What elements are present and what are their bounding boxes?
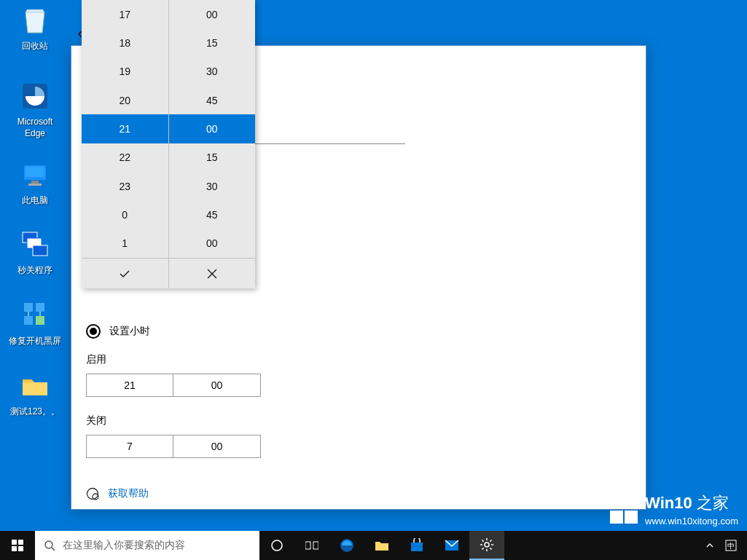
chevron-up-icon [706, 542, 713, 549]
taskbar-cortana[interactable] [259, 531, 294, 560]
desktop-icon-recycle-bin[interactable]: 回收站 [7, 3, 63, 52]
svg-point-34 [485, 543, 489, 547]
svg-rect-23 [18, 540, 23, 545]
minute-option[interactable]: 30 [169, 58, 256, 86]
desktop-icon-label: 秒关程序 [7, 265, 63, 277]
desktop-icon-label: 此电脑 [7, 195, 63, 207]
disable-time-input[interactable]: 7 00 [86, 435, 631, 458]
hour-option[interactable]: 17 [82, 0, 168, 28]
watermark-brand: Win10 之家 [645, 492, 738, 514]
store-icon [410, 538, 424, 553]
radio-set-hours[interactable]: 设置小时 [86, 324, 631, 339]
desktop-icon-label: Microsoft Edge [7, 117, 63, 139]
time-picker-popup: 17 18 19 20 21 22 23 0 1 00 15 30 45 00 … [82, 0, 255, 288]
watermark-url: www.win10xitong.com [645, 516, 738, 527]
desktop-icon-label: 回收站 [7, 41, 63, 52]
svg-rect-22 [12, 540, 17, 545]
hour-option[interactable]: 19 [82, 58, 168, 86]
disable-label: 关闭 [86, 414, 631, 427]
minute-column[interactable]: 00 15 30 45 00 15 30 45 00 [169, 0, 256, 258]
desktop-icon-close-programs[interactable]: 秒关程序 [7, 227, 63, 277]
svg-point-26 [45, 541, 52, 548]
start-button[interactable] [0, 531, 35, 560]
taskbar-edge[interactable] [329, 531, 364, 560]
svg-line-41 [482, 548, 484, 549]
svg-rect-7 [33, 245, 47, 256]
search-placeholder: 在这里输入你要搜索的内容 [63, 539, 185, 552]
get-help-link[interactable]: 获取帮助 [86, 487, 631, 500]
recycle-bin-icon [17, 3, 52, 38]
taskbar: 在这里输入你要搜索的内容 中 [0, 531, 747, 560]
search-box[interactable]: 在这里输入你要搜索的内容 [35, 531, 259, 560]
enable-label: 启用 [86, 353, 631, 366]
svg-rect-29 [305, 542, 310, 549]
svg-line-27 [52, 548, 55, 551]
svg-point-28 [272, 540, 282, 551]
hour-option[interactable]: 22 [82, 143, 168, 172]
svg-rect-4 [28, 184, 42, 186]
taskbar-file-explorer[interactable] [364, 531, 399, 560]
svg-rect-8 [24, 303, 33, 312]
hour-option[interactable]: 1 [82, 229, 168, 258]
check-icon [119, 268, 130, 280]
task-view-icon [305, 540, 318, 551]
minute-option[interactable]: 00 [169, 229, 256, 258]
taskbar-task-view[interactable] [294, 531, 329, 560]
minute-option-selected[interactable]: 00 [169, 114, 256, 143]
svg-rect-2 [26, 167, 44, 177]
minute-option[interactable]: 30 [169, 172, 256, 200]
cortana-icon [270, 539, 283, 552]
enable-hour-box[interactable]: 21 [86, 374, 173, 397]
disable-hour-box[interactable]: 7 [86, 435, 173, 458]
hour-option[interactable]: 20 [82, 86, 168, 114]
picker-cancel-button[interactable] [169, 259, 256, 288]
hour-option[interactable]: 0 [82, 200, 168, 229]
minute-option[interactable]: 15 [169, 28, 256, 57]
close-icon [207, 269, 217, 279]
tray-ime[interactable]: 中 [719, 531, 743, 560]
tray-overflow[interactable] [700, 531, 719, 560]
folder-icon [17, 368, 52, 403]
minute-option[interactable]: 45 [169, 86, 256, 114]
picker-accept-button[interactable] [82, 259, 169, 288]
enable-minute-box[interactable]: 00 [173, 374, 261, 397]
desktop-icon-test-folder[interactable]: 测试123。。 [7, 368, 63, 418]
enable-time-input[interactable]: 21 00 [86, 374, 631, 397]
taskbar-mail[interactable] [434, 531, 469, 560]
registry-icon [17, 298, 52, 333]
task-manager-icon [17, 227, 52, 262]
windows-logo-icon [610, 496, 638, 524]
svg-line-42 [490, 540, 491, 542]
mail-icon [445, 540, 459, 551]
desktop-icon-label: 测试123。。 [7, 406, 63, 418]
taskbar-store[interactable] [399, 531, 434, 560]
hour-option[interactable]: 23 [82, 172, 168, 200]
svg-rect-30 [313, 542, 318, 549]
system-tray: 中 [700, 531, 747, 560]
taskbar-settings[interactable] [469, 531, 504, 560]
svg-rect-3 [31, 181, 39, 184]
svg-rect-32 [411, 543, 423, 551]
minute-option[interactable]: 15 [169, 143, 256, 172]
ime-icon: 中 [725, 540, 737, 551]
desktop-icon-edge[interactable]: Microsoft Edge [7, 79, 63, 139]
desktop-icon-label: 修复开机黑屏 [7, 336, 63, 347]
hour-option-selected[interactable]: 21 [82, 114, 168, 143]
hour-option[interactable]: 18 [82, 28, 168, 57]
svg-rect-25 [18, 546, 23, 551]
minute-option[interactable]: 00 [169, 0, 256, 28]
svg-rect-9 [36, 303, 44, 312]
disable-minute-box[interactable]: 00 [173, 435, 261, 458]
svg-text:中: 中 [727, 542, 735, 550]
minute-option[interactable]: 45 [169, 200, 256, 229]
help-text: 获取帮助 [108, 487, 149, 500]
help-icon [86, 487, 99, 500]
folder-icon [375, 540, 389, 551]
edge-icon [17, 79, 52, 114]
svg-rect-11 [36, 316, 44, 325]
monitor-icon [17, 157, 52, 192]
hour-column[interactable]: 17 18 19 20 21 22 23 0 1 [82, 0, 169, 258]
desktop-icon-fix-blackscreen[interactable]: 修复开机黑屏 [7, 298, 63, 347]
windows-start-icon [12, 540, 23, 551]
desktop-icon-this-pc[interactable]: 此电脑 [7, 157, 63, 207]
